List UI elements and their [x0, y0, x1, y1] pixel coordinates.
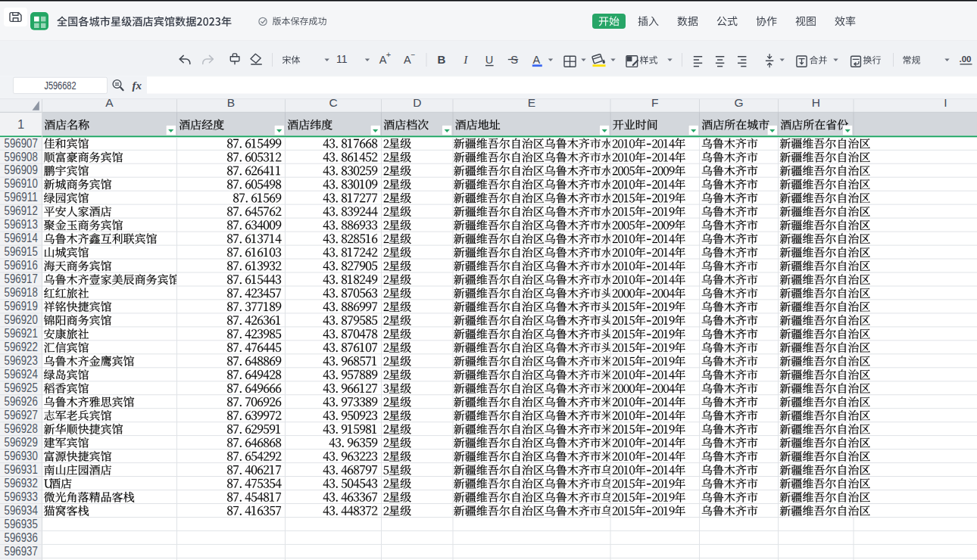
- svg-text:596916: 596916: [5, 258, 38, 272]
- svg-text:596930: 596930: [5, 449, 38, 462]
- svg-text:I: I: [944, 96, 947, 109]
- svg-text:596921: 596921: [5, 326, 38, 340]
- svg-text:596907: 596907: [5, 136, 38, 150]
- svg-text:U: U: [485, 54, 493, 66]
- svg-text:C: C: [329, 96, 337, 109]
- svg-text:596933: 596933: [5, 490, 38, 503]
- svg-text:I: I: [463, 53, 468, 66]
- svg-text:596934: 596934: [5, 503, 38, 517]
- svg-text:F: F: [651, 96, 658, 109]
- svg-text:596917: 596917: [5, 272, 38, 285]
- svg-text:596920: 596920: [5, 313, 38, 326]
- svg-text:H: H: [812, 96, 820, 109]
- svg-text:596911: 596911: [5, 190, 38, 204]
- svg-text:596928: 596928: [5, 422, 38, 435]
- svg-text:596924: 596924: [5, 367, 38, 381]
- svg-text:−: −: [411, 51, 416, 59]
- svg-text:596919: 596919: [5, 299, 38, 313]
- svg-text:596914: 596914: [5, 231, 38, 244]
- svg-text:fx: fx: [133, 79, 142, 92]
- svg-text:.00: .00: [960, 54, 972, 64]
- svg-text:596932: 596932: [5, 476, 38, 490]
- svg-text:D: D: [413, 96, 421, 109]
- svg-text:1: 1: [17, 117, 24, 131]
- svg-text:A: A: [404, 54, 411, 66]
- svg-text:A: A: [533, 54, 541, 66]
- svg-text:596922: 596922: [5, 340, 38, 353]
- svg-text:G: G: [734, 96, 743, 109]
- svg-text:E: E: [528, 96, 535, 109]
- svg-text:596936: 596936: [5, 530, 38, 544]
- svg-text:596913: 596913: [5, 217, 38, 231]
- svg-text:596927: 596927: [5, 408, 38, 422]
- svg-text:596912: 596912: [5, 204, 38, 217]
- svg-text:A: A: [105, 96, 114, 109]
- svg-text:596918: 596918: [5, 285, 38, 299]
- svg-text:B: B: [438, 53, 446, 66]
- svg-text:596931: 596931: [5, 462, 38, 476]
- svg-text:596915: 596915: [5, 244, 38, 258]
- svg-text:596925: 596925: [5, 381, 38, 394]
- svg-text:+: +: [386, 50, 391, 59]
- svg-text:596909: 596909: [5, 163, 38, 176]
- svg-text:596908: 596908: [5, 150, 38, 163]
- svg-text:596910: 596910: [5, 176, 38, 190]
- svg-text:596923: 596923: [5, 353, 38, 367]
- svg-text:B: B: [227, 96, 235, 109]
- svg-text:J596682: J596682: [44, 79, 76, 92]
- svg-text:596935: 596935: [5, 517, 38, 530]
- svg-text:596929: 596929: [5, 435, 38, 449]
- svg-text:596926: 596926: [5, 394, 38, 408]
- svg-text:11: 11: [336, 53, 348, 65]
- svg-text:596937: 596937: [5, 544, 38, 558]
